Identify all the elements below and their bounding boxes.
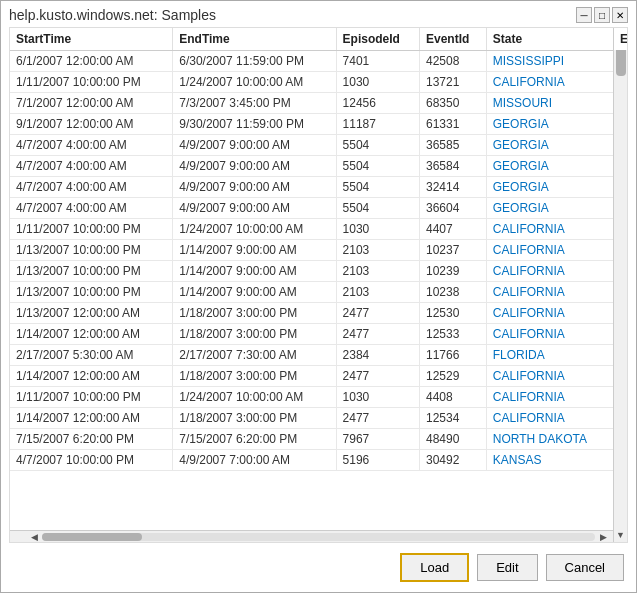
table-row: 1/11/2007 10:00:00 PM1/24/2007 10:00:00 … <box>10 387 627 408</box>
table-cell: GEORGIA <box>486 177 613 198</box>
table-row: 4/7/2007 4:00:00 AM4/9/2007 9:00:00 AM55… <box>10 177 627 198</box>
col-start-time: StartTime <box>10 28 173 51</box>
table-cell: 36585 <box>419 135 486 156</box>
scroll-down-arrow[interactable]: ▼ <box>614 528 628 542</box>
table-cell: 4/7/2007 4:00:00 AM <box>10 198 173 219</box>
table-cell: 7/15/2007 6:20:00 PM <box>173 429 336 450</box>
table-row: 1/13/2007 10:00:00 PM1/14/2007 9:00:00 A… <box>10 261 627 282</box>
table-cell: 12530 <box>419 303 486 324</box>
table-cell: 1/11/2007 10:00:00 PM <box>10 72 173 93</box>
table-cell: 10238 <box>419 282 486 303</box>
table-cell: 7/15/2007 6:20:00 PM <box>10 429 173 450</box>
table-header-row: StartTime EndTime EpisodeId EventId Stat… <box>10 28 627 51</box>
table-cell: CALIFORNIA <box>486 72 613 93</box>
table-cell: GEORGIA <box>486 156 613 177</box>
table-cell: 4/7/2007 4:00:00 AM <box>10 177 173 198</box>
table-row: 7/1/2007 12:00:00 AM7/3/2007 3:45:00 PM1… <box>10 93 627 114</box>
table-cell: CALIFORNIA <box>486 387 613 408</box>
table-row: 6/1/2007 12:00:00 AM6/30/2007 11:59:00 P… <box>10 51 627 72</box>
table-cell: 9/1/2007 12:00:00 AM <box>10 114 173 135</box>
table-cell: 4/9/2007 7:00:00 AM <box>173 450 336 471</box>
window-title: help.kusto.windows.net: Samples <box>9 7 216 23</box>
col-episode-id: EpisodeId <box>336 28 419 51</box>
table-cell: CALIFORNIA <box>486 303 613 324</box>
table-cell: 4408 <box>419 387 486 408</box>
table-cell: 6/1/2007 12:00:00 AM <box>10 51 173 72</box>
col-event-type: EventType <box>613 28 627 51</box>
table-row: 1/14/2007 12:00:00 AM1/18/2007 3:00:00 P… <box>10 324 627 345</box>
table-cell: 1030 <box>336 219 419 240</box>
table-cell: 61331 <box>419 114 486 135</box>
table-cell: 1/14/2007 9:00:00 AM <box>173 240 336 261</box>
table-cell: 2477 <box>336 303 419 324</box>
close-button[interactable]: ✕ <box>612 7 628 23</box>
col-event-id: EventId <box>419 28 486 51</box>
scroll-left-arrow[interactable]: ◀ <box>26 531 42 543</box>
table-row: 1/14/2007 12:00:00 AM1/18/2007 3:00:00 P… <box>10 408 627 429</box>
table-cell: 42508 <box>419 51 486 72</box>
scroll-thumb-h[interactable] <box>42 533 142 541</box>
table-cell: 1/11/2007 10:00:00 PM <box>10 219 173 240</box>
table-cell: 2103 <box>336 240 419 261</box>
table-row: 7/15/2007 6:20:00 PM7/15/2007 6:20:00 PM… <box>10 429 627 450</box>
table-row: 1/11/2007 10:00:00 PM1/24/2007 10:00:00 … <box>10 72 627 93</box>
title-bar: help.kusto.windows.net: Samples ─ □ ✕ <box>1 1 636 27</box>
table-cell: 12529 <box>419 366 486 387</box>
table-cell: 68350 <box>419 93 486 114</box>
table-cell: 5196 <box>336 450 419 471</box>
col-end-time: EndTime <box>173 28 336 51</box>
table-cell: NORTH DAKOTA <box>486 429 613 450</box>
table-cell: 1/18/2007 3:00:00 PM <box>173 324 336 345</box>
table-row: 1/11/2007 10:00:00 PM1/24/2007 10:00:00 … <box>10 219 627 240</box>
footer: Load Edit Cancel <box>1 543 636 592</box>
load-button[interactable]: Load <box>400 553 469 582</box>
table-cell: 10237 <box>419 240 486 261</box>
table-cell: 2384 <box>336 345 419 366</box>
table-cell: 7/1/2007 12:00:00 AM <box>10 93 173 114</box>
cancel-button[interactable]: Cancel <box>546 554 624 581</box>
table-cell: 5504 <box>336 177 419 198</box>
minimize-button[interactable]: ─ <box>576 7 592 23</box>
table-cell: 12533 <box>419 324 486 345</box>
edit-button[interactable]: Edit <box>477 554 537 581</box>
table-scroll-area[interactable]: StartTime EndTime EpisodeId EventId Stat… <box>10 28 627 530</box>
table-cell: GEORGIA <box>486 135 613 156</box>
scroll-right-arrow[interactable]: ▶ <box>595 531 611 543</box>
table-cell: 11187 <box>336 114 419 135</box>
vertical-scrollbar[interactable]: ▲ ▼ <box>613 28 627 542</box>
window-controls: ─ □ ✕ <box>576 7 628 23</box>
table-cell: 4/9/2007 9:00:00 AM <box>173 198 336 219</box>
horizontal-scrollbar[interactable]: ◀ ▶ <box>10 530 627 542</box>
table-cell: CALIFORNIA <box>486 408 613 429</box>
table-cell: 1/18/2007 3:00:00 PM <box>173 366 336 387</box>
table-row: 4/7/2007 4:00:00 AM4/9/2007 9:00:00 AM55… <box>10 135 627 156</box>
table-cell: 48490 <box>419 429 486 450</box>
table-cell: 1/24/2007 10:00:00 AM <box>173 219 336 240</box>
table-cell: 12456 <box>336 93 419 114</box>
table-cell: 2477 <box>336 408 419 429</box>
table-cell: 1/14/2007 12:00:00 AM <box>10 366 173 387</box>
table-cell: 2103 <box>336 261 419 282</box>
table-cell: FLORIDA <box>486 345 613 366</box>
table-cell: 2477 <box>336 324 419 345</box>
data-table: StartTime EndTime EpisodeId EventId Stat… <box>10 28 627 471</box>
table-cell: 4/9/2007 9:00:00 AM <box>173 177 336 198</box>
table-cell: 6/30/2007 11:59:00 PM <box>173 51 336 72</box>
table-cell: 13721 <box>419 72 486 93</box>
table-row: 1/14/2007 12:00:00 AM1/18/2007 3:00:00 P… <box>10 366 627 387</box>
table-cell: 1/18/2007 3:00:00 PM <box>173 408 336 429</box>
table-cell: GEORGIA <box>486 198 613 219</box>
table-cell: 5504 <box>336 198 419 219</box>
table-cell: 7967 <box>336 429 419 450</box>
table-cell: 4/9/2007 9:00:00 AM <box>173 135 336 156</box>
table-row: 4/7/2007 4:00:00 AM4/9/2007 9:00:00 AM55… <box>10 156 627 177</box>
table-cell: KANSAS <box>486 450 613 471</box>
table-cell: 32414 <box>419 177 486 198</box>
scroll-thumb-v[interactable] <box>616 46 626 76</box>
table-row: 9/1/2007 12:00:00 AM9/30/2007 11:59:00 P… <box>10 114 627 135</box>
table-cell: 1030 <box>336 387 419 408</box>
table-cell: 2477 <box>336 366 419 387</box>
table-row: 4/7/2007 4:00:00 AM4/9/2007 9:00:00 AM55… <box>10 198 627 219</box>
maximize-button[interactable]: □ <box>594 7 610 23</box>
table-cell: 2/17/2007 7:30:00 AM <box>173 345 336 366</box>
